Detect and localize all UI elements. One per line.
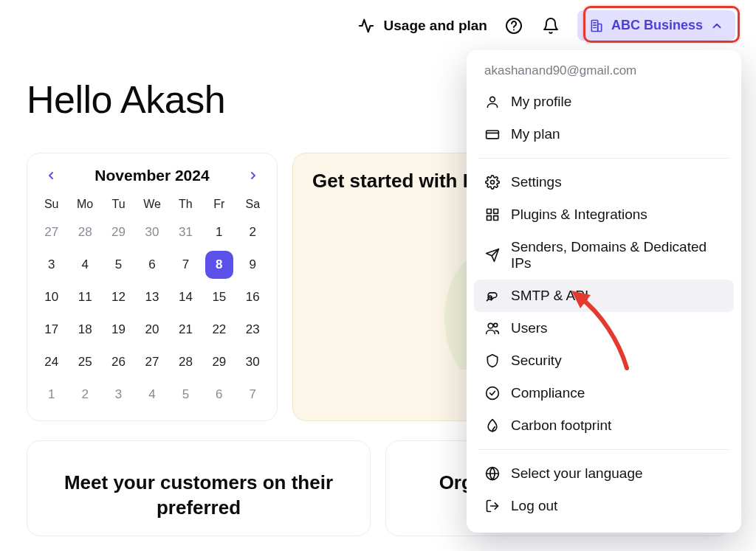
calendar-day[interactable]: 23 — [236, 319, 269, 341]
calendar-day[interactable]: 1 — [35, 384, 68, 406]
dropdown-email: akashanand90@gmail.com — [474, 62, 734, 86]
users-icon — [484, 320, 501, 336]
org-switcher[interactable]: ABC Business — [577, 10, 735, 41]
calendar-day[interactable]: 6 — [202, 384, 236, 406]
calendar-day[interactable]: 18 — [68, 319, 101, 341]
dropdown-item-settings[interactable]: Settings — [474, 166, 734, 198]
dropdown-item-plugins-integrations[interactable]: Plugins & Integrations — [474, 198, 734, 231]
calendar-day[interactable]: 27 — [135, 351, 168, 373]
dropdown-item-label: Select your language — [511, 465, 643, 482]
dropdown-item-security[interactable]: Security — [474, 344, 734, 377]
usage-and-plan-link[interactable]: Usage and plan — [356, 15, 487, 36]
calendar-day[interactable]: 27 — [35, 221, 68, 243]
calendar-day[interactable]: 24 — [35, 351, 68, 373]
calendar-dow: Th — [169, 198, 202, 211]
calendar-day[interactable]: 3 — [102, 384, 135, 406]
dropdown-item-label: Log out — [511, 498, 557, 514]
notifications-button[interactable] — [540, 15, 561, 36]
calendar-day[interactable]: 7 — [169, 254, 202, 276]
org-name: ABC Business — [611, 18, 703, 33]
calendar-next[interactable] — [244, 167, 262, 184]
svg-rect-17 — [494, 216, 498, 221]
dropdown-item-carbon-footprint[interactable]: Carbon footprint — [474, 409, 734, 442]
calendar-day[interactable]: 10 — [35, 286, 68, 308]
calendar-day[interactable]: 9 — [236, 254, 269, 276]
calendar-dow: We — [135, 198, 168, 211]
calendar-day[interactable]: 6 — [135, 254, 168, 276]
calendar-day[interactable]: 30 — [236, 351, 269, 373]
dropdown-item-compliance[interactable]: Compliance — [474, 377, 734, 409]
dropdown-item-users[interactable]: Users — [474, 312, 734, 344]
dropdown-item-label: Users — [511, 320, 548, 336]
calendar-day[interactable]: 1 — [202, 221, 236, 243]
promo-card-1-title: Meet your customers on their preferred — [47, 471, 351, 521]
calendar-day[interactable]: 8 — [202, 254, 236, 276]
my-profile-icon — [484, 94, 501, 110]
calendar-day[interactable]: 29 — [202, 351, 236, 373]
calendar-day[interactable]: 13 — [135, 286, 168, 308]
activity-icon — [356, 15, 377, 36]
dropdown-item-select-your-language[interactable]: Select your language — [474, 457, 734, 490]
dropdown-item-label: My plan — [511, 126, 560, 142]
dropdown-item-my-plan[interactable]: My plan — [474, 118, 734, 150]
calendar-dow: Mo — [68, 198, 101, 211]
calendar-day[interactable]: 20 — [135, 319, 168, 341]
dropdown-item-senders-domains-dedicated-ips[interactable]: Senders, Domains & Dedicated IPs — [474, 231, 734, 280]
calendar-day[interactable]: 12 — [102, 286, 135, 308]
dropdown-separator — [478, 449, 729, 450]
calendar-day[interactable]: 4 — [68, 254, 101, 276]
svg-point-24 — [487, 387, 499, 400]
calendar-day[interactable]: 29 — [102, 221, 135, 243]
calendar-day[interactable]: 4 — [135, 384, 168, 406]
calendar-dow: Fr — [202, 198, 236, 211]
dropdown-separator — [478, 158, 729, 159]
dropdown-item-label: Settings — [511, 174, 562, 190]
svg-point-14 — [491, 181, 495, 184]
calendar-title: November 2024 — [94, 167, 209, 184]
log-out-icon — [484, 498, 501, 514]
calendar-day[interactable]: 3 — [35, 254, 68, 276]
my-plan-icon — [484, 126, 501, 142]
calendar-day[interactable]: 5 — [169, 384, 202, 406]
usage-and-plan-label: Usage and plan — [384, 18, 487, 34]
promo-card-1[interactable]: Meet your customers on their preferred — [27, 440, 371, 536]
select-your-language-icon — [484, 465, 501, 482]
calendar-day[interactable]: 25 — [68, 351, 101, 373]
calendar-day[interactable]: 7 — [236, 384, 269, 406]
calendar-day[interactable]: 22 — [202, 319, 236, 341]
calendar-day[interactable]: 2 — [68, 384, 101, 406]
help-button[interactable] — [504, 15, 524, 36]
svg-rect-18 — [487, 216, 492, 221]
svg-rect-3 — [598, 24, 602, 31]
compliance-icon — [484, 385, 501, 401]
calendar-day[interactable]: 11 — [68, 286, 101, 308]
calendar-prev[interactable] — [42, 167, 60, 184]
calendar-day[interactable]: 21 — [169, 319, 202, 341]
account-dropdown: akashanand90@gmail.com My profileMy plan… — [467, 50, 741, 533]
senders-domains-dedicated-ips-icon — [484, 247, 501, 263]
calendar-day[interactable]: 15 — [202, 286, 236, 308]
dropdown-item-my-profile[interactable]: My profile — [474, 86, 734, 118]
dropdown-item-label: SMTP & API — [511, 288, 588, 304]
calendar-day[interactable]: 28 — [68, 221, 101, 243]
svg-rect-16 — [494, 209, 498, 214]
calendar-day[interactable]: 31 — [169, 221, 202, 243]
calendar-day[interactable]: 28 — [169, 351, 202, 373]
dropdown-item-label: Senders, Domains & Dedicated IPs — [511, 239, 724, 271]
calendar-day[interactable]: 19 — [102, 319, 135, 341]
calendar-day[interactable]: 5 — [102, 254, 135, 276]
calendar-day[interactable]: 30 — [135, 221, 168, 243]
calendar-day[interactable]: 26 — [102, 351, 135, 373]
calendar-dow: Tu — [102, 198, 135, 211]
calendar-day[interactable]: 14 — [169, 286, 202, 308]
dropdown-item-label: Plugins & Integrations — [511, 207, 647, 223]
calendar-grid: SuMoTuWeThFrSa27282930311234567891011121… — [30, 190, 274, 406]
dropdown-item-label: Security — [511, 353, 562, 369]
calendar-day[interactable]: 17 — [35, 319, 68, 341]
dropdown-item-smtp-api[interactable]: SMTP & API — [474, 280, 734, 312]
svg-point-11 — [490, 97, 495, 102]
calendar-day[interactable]: 16 — [236, 286, 269, 308]
dropdown-item-log-out[interactable]: Log out — [474, 490, 734, 522]
calendar-dow: Sa — [236, 198, 269, 211]
calendar-day[interactable]: 2 — [236, 221, 269, 243]
